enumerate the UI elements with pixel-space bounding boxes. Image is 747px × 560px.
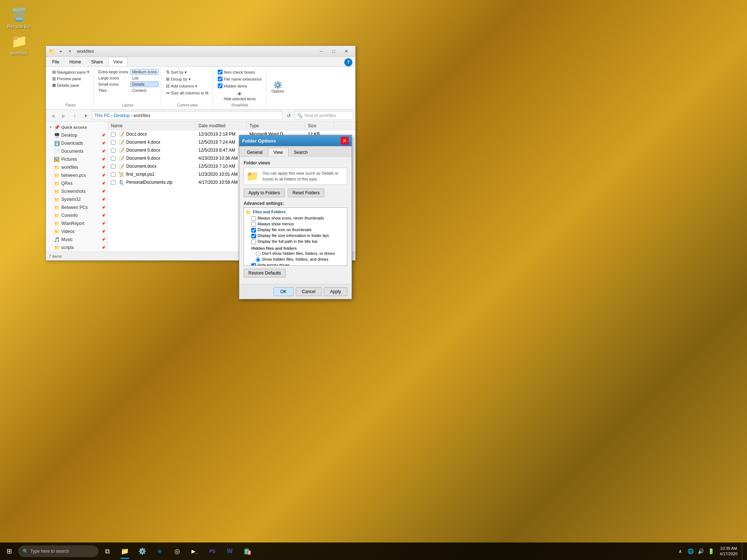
dialog-tab-general[interactable]: General <box>241 148 268 156</box>
show-hidden-icons[interactable]: ∧ <box>676 547 685 556</box>
taskbar-terminal[interactable]: ▶_ <box>186 542 204 560</box>
customize-toolbar-btn[interactable]: ▾ <box>66 47 74 55</box>
col-header-type[interactable]: Type <box>247 122 305 130</box>
item-checkboxes-check[interactable] <box>218 70 222 74</box>
nav-item-scripts[interactable]: 📁 scripts 📌 <box>46 244 108 252</box>
hidden-items-check[interactable] <box>218 83 222 88</box>
file-size-tips-check[interactable] <box>251 234 256 238</box>
adv-settings-box[interactable]: 📁 Files and Folders Always show icons, n… <box>244 207 347 266</box>
desktop-icon-workfiles[interactable]: 📁 workfiles <box>4 31 34 57</box>
nav-item-quick-access[interactable]: ▼ 📌 Quick access <box>46 123 108 131</box>
hidden-items-toggle[interactable]: Hidden items <box>216 83 249 89</box>
dialog-tab-view[interactable]: View <box>268 148 289 156</box>
show-desktop-btn[interactable] <box>742 542 744 560</box>
large-icons-btn[interactable]: Large icons <box>97 75 130 81</box>
nav-item-pictures[interactable]: 🖼️ Pictures 📌 <box>46 155 108 163</box>
taskbar-clock[interactable]: 10:39 AM 4/17/2020 <box>717 546 740 557</box>
hide-empty-drives-check[interactable] <box>251 263 256 266</box>
group-by-btn[interactable]: ⊞ Group by ▾ <box>164 76 192 82</box>
col-header-size[interactable]: Size <box>305 122 334 130</box>
start-button[interactable]: ⊞ <box>0 542 18 560</box>
nav-item-betweenpcs[interactable]: 📁 between.pcs 📌 <box>46 171 108 179</box>
apply-to-folders-btn[interactable]: Apply to Folders <box>244 188 285 197</box>
details-pane-btn[interactable]: ▦ Details pane <box>50 82 81 88</box>
always-menus-check[interactable] <box>251 222 256 227</box>
nav-item-downloads[interactable]: ⬇️ Downloads 📌 <box>46 139 108 147</box>
nav-item-wlanreport[interactable]: 📁 WlanReport 📌 <box>46 219 108 228</box>
list-btn[interactable]: List <box>130 75 159 81</box>
taskbar-powershell[interactable]: PS <box>204 542 221 560</box>
network-tray-icon[interactable]: 🌐 <box>686 547 695 556</box>
taskbar-file-explorer[interactable]: 📁 <box>116 542 133 560</box>
refresh-btn[interactable]: ↺ <box>284 111 293 120</box>
dialog-close-btn[interactable]: ✕ <box>341 137 349 145</box>
battery-tray-icon[interactable]: 🔋 <box>707 547 715 556</box>
desktop-icon-recycle-bin[interactable]: 🗑️ Recycle Bin <box>4 4 34 31</box>
taskbar-settings[interactable]: ⚙️ <box>133 542 151 560</box>
row-checkbox-4[interactable] <box>111 164 116 169</box>
sort-by-btn[interactable]: ⇅ Sort by ▾ <box>164 69 189 75</box>
nav-item-screenshots[interactable]: 📁 Screenshots 📌 <box>46 187 108 195</box>
tab-view[interactable]: View <box>108 57 127 66</box>
back-btn[interactable]: ◀ <box>48 111 58 120</box>
taskbar-task-view[interactable]: ⧉ <box>98 542 116 560</box>
row-checkbox-0[interactable] <box>111 132 116 137</box>
file-name-ext-toggle[interactable]: File name extensions <box>216 76 264 82</box>
adv-item-always-icons[interactable]: Always show icons, never thumbnails <box>245 215 345 221</box>
row-checkbox-1[interactable] <box>111 140 116 145</box>
adv-item-file-size-tips[interactable]: Display file size information in folder … <box>245 233 345 239</box>
search-box[interactable]: 🔍 Search workfiles <box>295 111 353 120</box>
forward-btn[interactable]: ▶ <box>59 111 69 120</box>
nav-item-system32[interactable]: 📁 System32 📌 <box>46 195 108 203</box>
adv-item-always-menus[interactable]: Always show menus <box>245 221 345 227</box>
nav-item-documents[interactable]: 📄 Documents 📌 <box>46 147 108 155</box>
nav-item-workfiles[interactable]: 📁 workfiles 📌 <box>46 163 108 171</box>
nav-item-desktop[interactable]: 🖥️ Desktop 📌 <box>46 131 108 139</box>
extra-large-icons-btn[interactable]: Extra large icons <box>97 69 130 75</box>
row-checkbox-5[interactable] <box>111 172 116 177</box>
dialog-tab-search[interactable]: Search <box>289 148 313 156</box>
ribbon-help-btn[interactable]: ? <box>344 58 352 66</box>
dont-show-hidden-radio[interactable] <box>256 252 260 256</box>
nav-item-videos[interactable]: 📁 Videos 📌 <box>46 228 108 236</box>
item-checkboxes-toggle[interactable]: Item check boxes <box>216 69 257 75</box>
add-columns-btn[interactable]: ⊟ Add columns ▾ <box>164 83 199 89</box>
small-icons-btn[interactable]: Small icons <box>97 81 130 87</box>
minimize-btn[interactable]: ─ <box>315 46 328 57</box>
tab-share[interactable]: Share <box>86 57 108 66</box>
row-checkbox-3[interactable] <box>111 156 116 161</box>
address-path[interactable]: This PC › Desktop › workfiles <box>92 111 282 120</box>
hide-selected-btn[interactable]: 👁 Hide selected items <box>221 90 258 102</box>
full-path-check[interactable] <box>251 240 256 244</box>
adv-item-show-hidden[interactable]: Show hidden files, folders, and drives <box>245 257 345 262</box>
nav-item-music[interactable]: 🎵 Music 📌 <box>46 236 108 244</box>
dialog-apply-btn[interactable]: Apply <box>324 287 347 296</box>
tab-home[interactable]: Home <box>65 57 86 66</box>
options-btn[interactable]: ⚙️ Options <box>269 79 286 98</box>
show-hidden-radio[interactable] <box>256 257 260 262</box>
row-checkbox-2[interactable] <box>111 148 116 153</box>
close-btn[interactable]: ✕ <box>340 46 352 57</box>
up-btn[interactable]: ↑ <box>70 111 80 120</box>
col-header-date[interactable]: Date modified <box>196 122 247 130</box>
reset-folders-btn[interactable]: Reset Folders <box>288 188 325 197</box>
restore-defaults-btn[interactable]: Restore Defaults <box>244 269 286 277</box>
adv-item-hide-empty-drives[interactable]: Hide empty drives <box>245 262 345 266</box>
quick-access-btn[interactable]: ◂ <box>57 47 65 55</box>
taskbar-edge[interactable]: e <box>151 542 169 560</box>
taskbar-chrome[interactable]: ◎ <box>169 542 186 560</box>
col-header-name[interactable]: Name <box>108 122 196 130</box>
medium-icons-btn[interactable]: Medium icons <box>130 69 159 75</box>
volume-tray-icon[interactable]: 🔊 <box>696 547 705 556</box>
content-btn[interactable]: Content <box>130 88 159 93</box>
file-icon-thumbnails-check[interactable] <box>251 228 256 233</box>
maximize-btn[interactable]: □ <box>328 46 340 57</box>
adv-item-dont-show-hidden[interactable]: Don't show hidden files, folders, or dri… <box>245 251 345 257</box>
taskbar-store[interactable]: 🛍️ <box>239 542 256 560</box>
nav-item-betweenpcs2[interactable]: 📁 Between PCs 📌 <box>46 203 108 211</box>
always-icons-check[interactable] <box>251 216 256 221</box>
dialog-ok-btn[interactable]: OK <box>274 287 294 296</box>
navigation-pane-btn[interactable]: ▤ Navigation pane▾ <box>50 69 91 75</box>
preview-pane-btn[interactable]: ▥ Preview pane <box>50 75 83 82</box>
details-layout-btn[interactable]: Details <box>130 81 159 87</box>
